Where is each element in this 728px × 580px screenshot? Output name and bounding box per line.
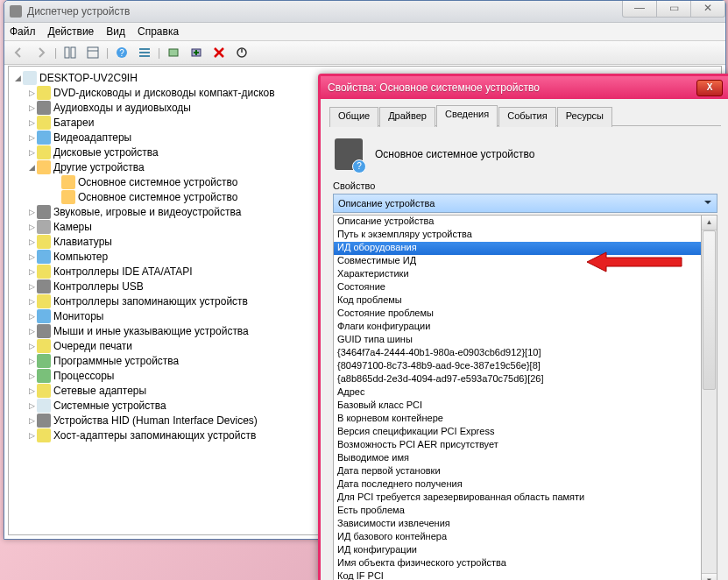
- tab-details[interactable]: Сведения: [436, 105, 498, 127]
- property-option[interactable]: Состояние: [334, 281, 701, 294]
- property-option[interactable]: {3464f7a4-2444-40b1-980a-e0903cb6d912}[1…: [334, 347, 701, 360]
- property-option[interactable]: Дата первой установки: [334, 465, 701, 478]
- expand-icon[interactable]: ▷: [26, 342, 37, 350]
- category-icon: [37, 220, 51, 234]
- property-option[interactable]: Имя объекта физического устройства: [334, 557, 701, 570]
- property-option[interactable]: Возможность PCI AER присутствует: [334, 439, 701, 452]
- property-option[interactable]: Код IF PCI: [334, 570, 701, 580]
- property-option[interactable]: Для PCI требуется зарезервированная обла…: [334, 492, 701, 505]
- menu-action[interactable]: Действие: [48, 25, 95, 38]
- property-option[interactable]: Дата последнего получения: [334, 478, 701, 492]
- property-option[interactable]: {a8b865dd-2e3d-4094-ad97-e593a70c75d6}[2…: [334, 373, 701, 386]
- expand-icon[interactable]: ▷: [26, 148, 37, 157]
- device-name: Основное системное устройство: [375, 148, 534, 160]
- property-option[interactable]: Характеристики: [334, 268, 701, 281]
- category-icon: [37, 160, 51, 174]
- property-option[interactable]: Зависимости извлечения: [334, 518, 701, 531]
- device-warn-icon: [61, 175, 75, 189]
- scroll-thumb[interactable]: [703, 230, 716, 390]
- property-option[interactable]: Совместимые ИД: [334, 255, 701, 268]
- dialog-close-button[interactable]: X: [696, 80, 723, 96]
- close-button[interactable]: ✕: [690, 1, 725, 18]
- property-dropdown-list[interactable]: Описание устройстваПуть к экземпляру уст…: [333, 215, 702, 580]
- svg-rect-2: [88, 47, 98, 58]
- property-option[interactable]: В корневом контейнере: [334, 413, 701, 426]
- expand-icon[interactable]: ▷: [26, 431, 37, 440]
- scroll-down-button[interactable]: ▼: [702, 573, 717, 580]
- property-option[interactable]: Базовый класс PCI: [334, 400, 701, 413]
- menubar: Файл Действие Вид Справка: [4, 23, 725, 41]
- expand-icon[interactable]: ▷: [26, 282, 37, 291]
- help-button[interactable]: ?: [111, 43, 132, 62]
- expand-icon[interactable]: ▷: [26, 297, 37, 306]
- property-option[interactable]: ИД конфигурации: [334, 544, 701, 557]
- property-option[interactable]: Описание устройства: [334, 216, 701, 229]
- maximize-button[interactable]: ▭: [656, 1, 691, 18]
- forward-button[interactable]: [31, 43, 52, 62]
- tab-driver[interactable]: Драйвер: [379, 107, 435, 127]
- category-icon: [37, 101, 51, 115]
- minimize-button[interactable]: —: [622, 1, 657, 18]
- scroll-up-button[interactable]: ▲: [702, 216, 717, 230]
- expand-icon[interactable]: ▷: [26, 312, 37, 321]
- expand-icon[interactable]: ◢: [26, 163, 37, 172]
- expand-icon[interactable]: ▷: [26, 252, 37, 261]
- expand-icon[interactable]: ▷: [26, 208, 37, 216]
- expand-icon[interactable]: ▷: [26, 118, 37, 127]
- properties-dialog: Свойства: Основное системное устройство …: [318, 74, 728, 580]
- update-driver-button[interactable]: [186, 43, 207, 62]
- expand-icon[interactable]: ▷: [26, 357, 37, 365]
- expand-icon[interactable]: ▷: [26, 401, 37, 410]
- expand-icon[interactable]: ▷: [26, 103, 37, 112]
- scan-hardware-button[interactable]: [163, 43, 184, 62]
- menu-view[interactable]: Вид: [106, 25, 125, 38]
- properties-button[interactable]: [82, 43, 103, 62]
- expand-icon[interactable]: ▷: [26, 371, 37, 380]
- category-icon: [37, 86, 51, 100]
- property-option[interactable]: Выводимое имя: [334, 452, 701, 465]
- property-option[interactable]: GUID типа шины: [334, 334, 701, 347]
- svg-rect-7: [139, 52, 150, 53]
- category-icon: [37, 309, 51, 323]
- property-option[interactable]: Состояние проблемы: [334, 308, 701, 321]
- expand-icon[interactable]: ▷: [26, 133, 37, 142]
- property-combobox[interactable]: Описание устройства: [333, 194, 717, 213]
- menu-file[interactable]: Файл: [10, 25, 36, 38]
- category-icon: [37, 279, 51, 294]
- tab-resources[interactable]: Ресурсы: [557, 107, 612, 127]
- expand-icon[interactable]: ▷: [26, 88, 37, 97]
- property-option[interactable]: Путь к экземпляру устройства: [334, 229, 701, 242]
- property-option[interactable]: ИД оборудования: [334, 242, 701, 255]
- svg-rect-0: [65, 47, 69, 58]
- disable-button[interactable]: [231, 43, 252, 62]
- property-option[interactable]: Флаги конфигурации: [334, 321, 701, 334]
- property-option[interactable]: ИД базового контейнера: [334, 531, 701, 544]
- tab-general[interactable]: Общие: [329, 107, 378, 127]
- property-option[interactable]: Есть проблема: [334, 505, 701, 518]
- menu-help[interactable]: Справка: [138, 25, 179, 38]
- svg-rect-9: [169, 49, 178, 56]
- property-option[interactable]: {80497100-8c73-48b9-aad-9ce-387e19c56e}[…: [334, 360, 701, 373]
- expand-icon[interactable]: ▷: [26, 416, 37, 425]
- tab-events[interactable]: События: [498, 107, 555, 127]
- show-hide-tree-button[interactable]: [60, 43, 81, 62]
- property-option[interactable]: Версия спецификации PCI Express: [334, 426, 701, 439]
- scrollbar[interactable]: ▲ ▼: [702, 215, 717, 580]
- expand-icon[interactable]: ▷: [26, 223, 37, 231]
- expand-icon[interactable]: ▷: [26, 327, 37, 336]
- category-icon: [37, 294, 51, 308]
- category-icon: [37, 145, 51, 159]
- titlebar[interactable]: Диспетчер устройств — ▭ ✕: [4, 1, 725, 23]
- detail-view-button[interactable]: [134, 43, 155, 62]
- dialog-titlebar[interactable]: Свойства: Основное системное устройство …: [321, 76, 728, 99]
- expand-icon[interactable]: ▷: [26, 386, 37, 395]
- expand-icon[interactable]: ▷: [26, 267, 37, 276]
- uninstall-button[interactable]: [209, 43, 230, 62]
- property-option[interactable]: Код проблемы: [334, 294, 701, 308]
- property-option[interactable]: Адрес: [334, 386, 701, 400]
- back-button[interactable]: [8, 43, 29, 62]
- category-icon: [37, 205, 51, 219]
- category-icon: [37, 265, 51, 279]
- expand-icon[interactable]: ▷: [26, 237, 37, 246]
- category-icon: [37, 399, 51, 413]
